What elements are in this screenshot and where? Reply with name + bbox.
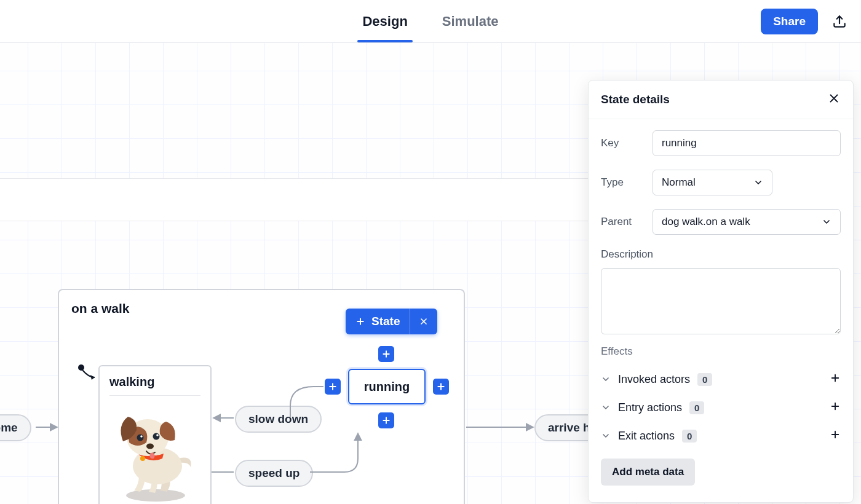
- type-select[interactable]: Normal: [653, 170, 772, 195]
- chevron-down-icon: [753, 178, 763, 187]
- tab-simulate[interactable]: Simulate: [437, 1, 504, 42]
- export-icon[interactable]: [831, 14, 847, 30]
- tab-design[interactable]: Design: [357, 1, 412, 42]
- plus-icon: [355, 317, 365, 326]
- state-running-title: running: [364, 380, 410, 394]
- topbar: Design Simulate Share: [0, 0, 861, 43]
- add-state-close[interactable]: [410, 309, 437, 334]
- inspector-title: State details: [601, 93, 670, 106]
- add-meta-data-button[interactable]: Add meta data: [601, 459, 695, 486]
- svg-point-9: [146, 444, 154, 449]
- svg-point-6: [140, 435, 143, 438]
- effect-invoked-actors-count: 0: [697, 373, 712, 386]
- parent-select-value: dog walk.on a walk: [662, 216, 750, 228]
- inspector-panel: State details Key Type Normal Parent: [588, 80, 854, 503]
- inspector-header: State details: [589, 81, 853, 119]
- effect-entry-actions-count: 0: [689, 401, 704, 414]
- label-parent: Parent: [601, 216, 653, 228]
- plus-icon: [830, 429, 841, 440]
- add-transition-bottom[interactable]: [378, 412, 394, 428]
- effect-invoked-actors-label: Invoked actors: [618, 373, 690, 386]
- add-state-button[interactable]: State: [346, 309, 410, 334]
- close-icon: [827, 92, 841, 105]
- svg-point-2: [140, 456, 145, 461]
- state-running[interactable]: running: [348, 369, 426, 404]
- plus-icon: [830, 401, 841, 412]
- add-state-label: State: [371, 315, 400, 328]
- add-transition-top[interactable]: [378, 346, 394, 362]
- svg-point-4: [137, 435, 144, 441]
- effect-exit-actions-label: Exit actions: [618, 430, 675, 443]
- row-type: Type Normal: [601, 170, 841, 195]
- effect-entry-actions-label: Entry actions: [618, 401, 682, 414]
- transition-leave-home[interactable]: home: [0, 414, 31, 441]
- add-state-pill: State: [346, 309, 437, 334]
- svg-point-7: [156, 434, 159, 436]
- effect-entry-actions: Entry actions 0: [601, 393, 841, 422]
- initial-state-marker: [77, 364, 98, 384]
- state-walking[interactable]: walking: [98, 365, 212, 504]
- row-key: Key: [601, 130, 841, 156]
- effect-exit-actions: Exit actions 0: [601, 422, 841, 450]
- add-transition-left[interactable]: [325, 379, 341, 395]
- type-select-value: Normal: [662, 176, 696, 189]
- close-icon: [419, 317, 429, 326]
- top-tabs: Design Simulate: [357, 1, 503, 42]
- svg-point-10: [78, 364, 84, 371]
- add-invoked-actor-button[interactable]: [830, 372, 841, 386]
- effect-exit-actions-count: 0: [682, 430, 697, 443]
- chevron-down-icon: [822, 217, 831, 227]
- add-entry-action-button[interactable]: [830, 401, 841, 414]
- upper-container-edge: [0, 178, 652, 221]
- topbar-right: Share: [761, 9, 847, 34]
- inspector-close-button[interactable]: [827, 92, 841, 108]
- description-textarea[interactable]: [601, 268, 841, 334]
- svg-point-5: [153, 433, 160, 440]
- add-transition-right[interactable]: [433, 379, 449, 395]
- label-key: Key: [601, 137, 653, 149]
- chevron-down-icon[interactable]: [601, 431, 611, 441]
- plus-icon: [830, 372, 841, 384]
- label-type: Type: [601, 176, 653, 189]
- row-parent: Parent dog walk.on a walk: [601, 209, 841, 235]
- label-description: Description: [601, 248, 841, 261]
- transition-speed-up[interactable]: speed up: [235, 460, 313, 487]
- effect-invoked-actors: Invoked actors 0: [601, 365, 841, 393]
- add-exit-action-button[interactable]: [830, 429, 841, 443]
- state-walking-title: walking: [109, 375, 200, 396]
- inspector-body: Key Type Normal Parent dog walk.on a wal…: [589, 119, 853, 497]
- chevron-down-icon[interactable]: [601, 403, 611, 412]
- transition-slow-down[interactable]: slow down: [235, 406, 322, 433]
- parent-select[interactable]: dog walk.on a walk: [653, 209, 841, 235]
- key-input[interactable]: [653, 130, 841, 156]
- dog-illustration: [109, 400, 202, 504]
- chevron-down-icon[interactable]: [601, 374, 611, 384]
- label-effects: Effects: [601, 345, 841, 358]
- share-button[interactable]: Share: [761, 9, 818, 34]
